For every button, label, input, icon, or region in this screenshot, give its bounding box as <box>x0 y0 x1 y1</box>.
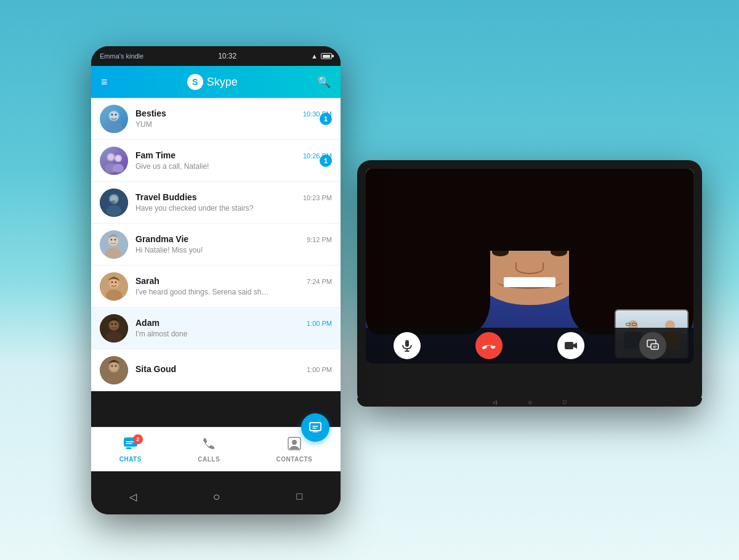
android-nav-portrait: ◁ ○ □ <box>91 479 341 514</box>
app-title: Skype <box>207 76 238 89</box>
status-bar: Emma's kindle 10:32 ▲ <box>91 46 341 66</box>
svg-point-38 <box>115 365 117 367</box>
avatar-adam <box>100 314 128 343</box>
android-back-landscape[interactable]: ◁ <box>493 399 497 405</box>
tablet-landscape: ◁ ○ □ <box>357 160 702 407</box>
screen-share-button[interactable] <box>639 332 666 359</box>
video-screen <box>366 169 693 363</box>
chat-content-sita: Sita Goud 1:00 PM <box>135 364 332 376</box>
nav-label-chats: CHATS <box>119 456 142 463</box>
chat-content-adam: Adam 1:00 PM I'm almost done <box>135 318 332 338</box>
chats-badge: 2 <box>133 434 143 444</box>
chat-preview: Have you checked under the stairs? <box>135 204 271 213</box>
svg-point-10 <box>116 155 121 161</box>
mute-button[interactable] <box>394 332 421 359</box>
nav-label-calls: CALLS <box>198 456 220 463</box>
svg-point-25 <box>111 281 113 283</box>
search-icon[interactable]: 🔍 <box>317 75 331 89</box>
unread-badge: 1 <box>320 155 332 167</box>
chat-time: 7:24 PM <box>307 278 332 285</box>
chat-content-grandma: Grandma Vie 9:12 PM Hi Natalie! Miss you… <box>135 234 332 254</box>
android-home[interactable]: ○ <box>213 490 220 504</box>
chat-preview: I'm almost done <box>135 330 271 338</box>
status-icons: ▲ <box>311 52 332 60</box>
skype-logo: S Skype <box>187 74 238 90</box>
nose <box>515 262 544 274</box>
chat-name: Sarah <box>135 276 160 286</box>
skype-header: ≡ S Skype 🔍 <box>91 66 341 98</box>
chat-name: Travel Buddies <box>135 192 197 202</box>
android-nav-landscape: ◁ ○ □ <box>357 398 702 407</box>
nav-calls[interactable]: CALLS <box>198 437 220 463</box>
android-recents[interactable]: □ <box>296 491 302 502</box>
nav-chats[interactable]: 2 CHATS <box>119 437 142 463</box>
svg-point-1 <box>105 122 123 133</box>
chat-time: 1:00 PM <box>307 366 332 373</box>
svg-point-42 <box>292 440 297 445</box>
wifi-icon: ▲ <box>311 52 318 60</box>
video-button[interactable] <box>557 332 584 359</box>
chat-content-famtime: Fam Time 10:26 PM Give us a call, Natali… <box>135 150 332 171</box>
avatar-sita <box>100 356 128 384</box>
nav-contacts[interactable]: CONTACTS <box>276 437 312 463</box>
svg-point-26 <box>115 281 117 283</box>
unread-badge: 1 <box>320 113 332 125</box>
call-controls <box>366 328 693 363</box>
chat-item-adam[interactable]: Adam 1:00 PM I'm almost done <box>91 307 341 349</box>
svg-point-19 <box>111 238 113 240</box>
avatar-travel <box>100 189 128 217</box>
android-home-landscape[interactable]: ○ <box>528 399 532 406</box>
compose-fab[interactable] <box>301 413 329 442</box>
chat-content-besties: Besties 10:30 PM YUM <box>135 108 332 129</box>
svg-point-32 <box>115 323 117 325</box>
nav-label-contacts: CONTACTS <box>276 456 312 463</box>
chat-name: Sita Goud <box>135 364 176 374</box>
avatar-sarah <box>100 272 128 301</box>
svg-point-23 <box>106 290 122 301</box>
chat-item-sarah[interactable]: Sarah 7:24 PM I've heard good things. Se… <box>91 266 341 307</box>
chat-name: Besties <box>135 108 166 118</box>
avatar-besties <box>100 105 128 133</box>
svg-point-3 <box>111 113 113 115</box>
chat-content-sarah: Sarah 7:24 PM I've heard good things. Se… <box>135 276 332 296</box>
battery-icon <box>321 53 332 59</box>
svg-point-4 <box>115 113 117 115</box>
chat-item-grandma[interactable]: Grandma Vie 9:12 PM Hi Natalie! Miss you… <box>91 224 341 266</box>
chat-name: Adam <box>135 318 160 328</box>
tablet-portrait: Emma's kindle 10:32 ▲ ≡ S Skype 🔍 <box>91 46 341 514</box>
chat-name: Grandma Vie <box>135 234 188 244</box>
svg-point-8 <box>113 164 124 172</box>
chat-item-famtime[interactable]: Fam Time 10:26 PM Give us a call, Natali… <box>91 140 341 182</box>
android-recents-landscape[interactable]: □ <box>563 399 566 405</box>
menu-icon[interactable]: ≡ <box>101 76 108 89</box>
clock: 10:32 <box>218 52 236 60</box>
svg-point-17 <box>105 248 121 259</box>
chat-preview: I've heard good things. Serena said she.… <box>135 288 271 296</box>
chat-item-travel[interactable]: Travel Buddies 10:23 PM Have you checked… <box>91 182 341 224</box>
chat-time: 1:00 PM <box>307 320 332 327</box>
svg-point-20 <box>115 238 116 240</box>
avatar-famtime <box>100 147 128 175</box>
calls-icon <box>202 437 216 454</box>
chat-item-besties[interactable]: Besties 10:30 PM YUM 1 <box>91 98 341 140</box>
svg-point-35 <box>106 373 122 384</box>
end-call-button[interactable] <box>475 332 503 359</box>
svg-rect-44 <box>565 342 573 349</box>
chat-preview: YUM <box>135 120 271 129</box>
chat-list: Besties 10:30 PM YUM 1 <box>91 98 341 391</box>
chat-preview: Hi Natalie! Miss you! <box>135 246 271 254</box>
svg-point-29 <box>106 331 122 343</box>
avatar-grandma <box>100 230 128 259</box>
android-back[interactable]: ◁ <box>129 491 137 503</box>
svg-point-31 <box>111 323 113 325</box>
skype-s-logo: S <box>187 74 203 90</box>
teeth <box>504 277 555 287</box>
svg-point-13 <box>107 205 121 216</box>
chat-name: Fam Time <box>135 150 176 160</box>
chats-icon: 2 <box>123 437 138 454</box>
svg-rect-43 <box>405 340 409 347</box>
chat-time: 9:12 PM <box>307 236 332 243</box>
contacts-icon <box>288 437 301 454</box>
chat-item-sita[interactable]: Sita Goud 1:00 PM <box>91 349 341 391</box>
svg-point-9 <box>108 154 114 160</box>
